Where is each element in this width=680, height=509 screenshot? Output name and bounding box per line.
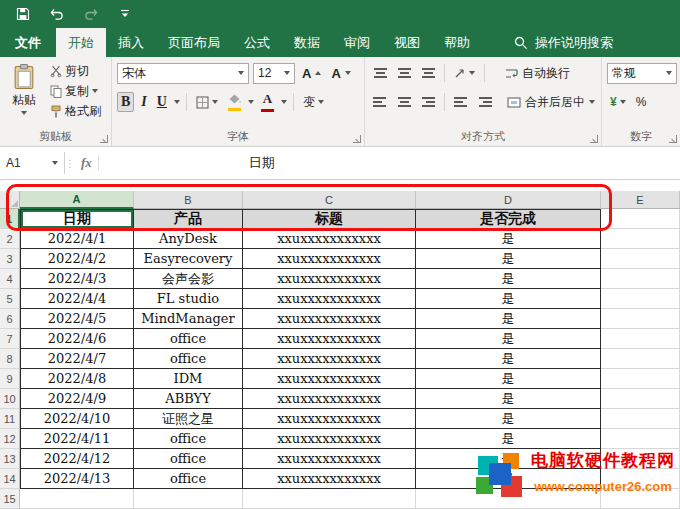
decrease-font-size-button[interactable]: A <box>328 65 353 82</box>
number-format-select[interactable]: 常规 <box>607 63 677 84</box>
font-family-select[interactable]: 宋体 <box>117 63 249 84</box>
cell-empty[interactable] <box>243 489 416 509</box>
cell-empty[interactable] <box>601 209 680 229</box>
cell-done[interactable]: 是 <box>416 429 601 449</box>
accounting-format-button[interactable]: ¥ <box>607 94 629 110</box>
row-header[interactable]: 7 <box>0 329 20 349</box>
cell-title[interactable]: xxuxxxxxxxxxxx <box>243 349 416 369</box>
cell-done[interactable]: 是 <box>416 369 601 389</box>
cell-date[interactable]: 2022/4/4 <box>20 289 134 309</box>
row-header[interactable]: 13 <box>0 449 20 469</box>
cell-product[interactable]: office <box>134 469 243 489</box>
column-header-C[interactable]: C <box>243 191 416 209</box>
bold-button[interactable]: B <box>117 92 134 112</box>
cell-product[interactable]: AnyDesk <box>134 229 243 249</box>
chevron-down-icon[interactable] <box>281 100 287 104</box>
tab-data[interactable]: 数据 <box>282 28 332 57</box>
copy-button[interactable]: 复制 <box>47 82 104 100</box>
cell-product[interactable]: IDM <box>134 369 243 389</box>
cell-date[interactable]: 2022/4/8 <box>20 369 134 389</box>
align-center-button[interactable] <box>394 96 414 108</box>
save-button[interactable] <box>14 6 32 22</box>
tab-view[interactable]: 视图 <box>382 28 432 57</box>
redo-button[interactable] <box>82 6 100 22</box>
cell-empty[interactable] <box>601 349 680 369</box>
column-header-E[interactable]: E <box>601 191 680 209</box>
cell-product[interactable]: Easyrecovery <box>134 249 243 269</box>
middle-align-button[interactable] <box>394 67 414 79</box>
percent-style-button[interactable]: % <box>633 94 650 110</box>
cell-title[interactable]: xxuxxxxxxxxxxx <box>243 469 416 489</box>
cell-empty[interactable] <box>601 289 680 309</box>
cut-button[interactable]: 剪切 <box>47 62 104 80</box>
tab-insert[interactable]: 插入 <box>106 28 156 57</box>
tab-file[interactable]: 文件 <box>0 28 56 57</box>
cell-title[interactable]: xxuxxxxxxxxxxx <box>243 369 416 389</box>
row-header[interactable]: 2 <box>0 229 20 249</box>
cell-title[interactable]: xxuxxxxxxxxxxx <box>243 329 416 349</box>
insert-function-button[interactable]: fx <box>75 155 99 171</box>
cell-header-product[interactable]: 产品 <box>134 209 243 229</box>
cell-title[interactable]: xxuxxxxxxxxxxx <box>243 289 416 309</box>
row-header[interactable]: 11 <box>0 409 20 429</box>
cell-done[interactable]: 是 <box>416 349 601 369</box>
cell-product[interactable]: ABBYY <box>134 389 243 409</box>
select-all-corner[interactable] <box>0 191 20 209</box>
wrap-text-button[interactable]: 自动换行 <box>505 65 570 82</box>
cell-date[interactable]: 2022/4/1 <box>20 229 134 249</box>
clipboard-dialog-launcher-icon[interactable] <box>100 135 108 143</box>
chevron-down-icon[interactable] <box>52 161 58 165</box>
increase-font-size-button[interactable]: A <box>299 65 324 82</box>
tab-help[interactable]: 帮助 <box>432 28 482 57</box>
column-header-B[interactable]: B <box>134 191 243 209</box>
orientation-button[interactable] <box>451 66 478 80</box>
font-color-button[interactable]: A <box>258 91 277 113</box>
undo-button[interactable] <box>48 6 66 22</box>
merge-center-button[interactable]: 合并后居中 <box>507 94 595 111</box>
column-header-D[interactable]: D <box>416 191 601 209</box>
phonetic-guide-button[interactable]: 变 <box>300 93 327 112</box>
cell-empty[interactable] <box>601 229 680 249</box>
cell-date[interactable]: 2022/4/13 <box>20 469 134 489</box>
tab-review[interactable]: 审阅 <box>332 28 382 57</box>
chevron-down-icon[interactable] <box>248 100 254 104</box>
fill-color-button[interactable] <box>225 93 244 112</box>
cell-done[interactable]: 是 <box>416 289 601 309</box>
customize-quick-access-button[interactable] <box>116 6 134 22</box>
row-header[interactable]: 15 <box>0 489 20 509</box>
cell-empty[interactable] <box>601 389 680 409</box>
row-header[interactable]: 10 <box>0 389 20 409</box>
cell-empty[interactable] <box>134 489 243 509</box>
cell-product[interactable]: FL studio <box>134 289 243 309</box>
cell-date[interactable]: 2022/4/6 <box>20 329 134 349</box>
row-header[interactable]: 12 <box>0 429 20 449</box>
name-box[interactable]: A1 <box>0 152 65 174</box>
cell-product[interactable]: 会声会影 <box>134 269 243 289</box>
cell-done[interactable]: 是 <box>416 389 601 409</box>
tell-me-search[interactable]: 操作说明搜索 <box>502 28 625 57</box>
cell-date[interactable]: 2022/4/2 <box>20 249 134 269</box>
cell-date[interactable]: 2022/4/5 <box>20 309 134 329</box>
cell-done[interactable]: 是 <box>416 269 601 289</box>
row-header[interactable]: 8 <box>0 349 20 369</box>
row-header[interactable]: 6 <box>0 309 20 329</box>
cell-empty[interactable] <box>601 329 680 349</box>
cell-done[interactable]: 是 <box>416 229 601 249</box>
cell-title[interactable]: xxuxxxxxxxxxxx <box>243 309 416 329</box>
cell-title[interactable]: xxuxxxxxxxxxxx <box>243 269 416 289</box>
row-header[interactable]: 1 <box>0 209 20 229</box>
bottom-align-button[interactable] <box>418 67 438 79</box>
cell-done[interactable]: 是 <box>416 249 601 269</box>
cell-date[interactable]: 2022/4/3 <box>20 269 134 289</box>
italic-button[interactable]: I <box>138 93 149 111</box>
cell-date[interactable]: 2022/4/9 <box>20 389 134 409</box>
cell-empty[interactable] <box>601 309 680 329</box>
chevron-down-icon[interactable] <box>174 100 180 104</box>
cell-empty[interactable] <box>601 409 680 429</box>
cell-done[interactable]: 是 <box>416 309 601 329</box>
align-right-button[interactable] <box>418 96 438 108</box>
cell-header-title[interactable]: 标题 <box>243 209 416 229</box>
cell-empty[interactable] <box>601 249 680 269</box>
underline-button[interactable]: U <box>154 93 170 111</box>
cell-title[interactable]: xxuxxxxxxxxxxx <box>243 409 416 429</box>
